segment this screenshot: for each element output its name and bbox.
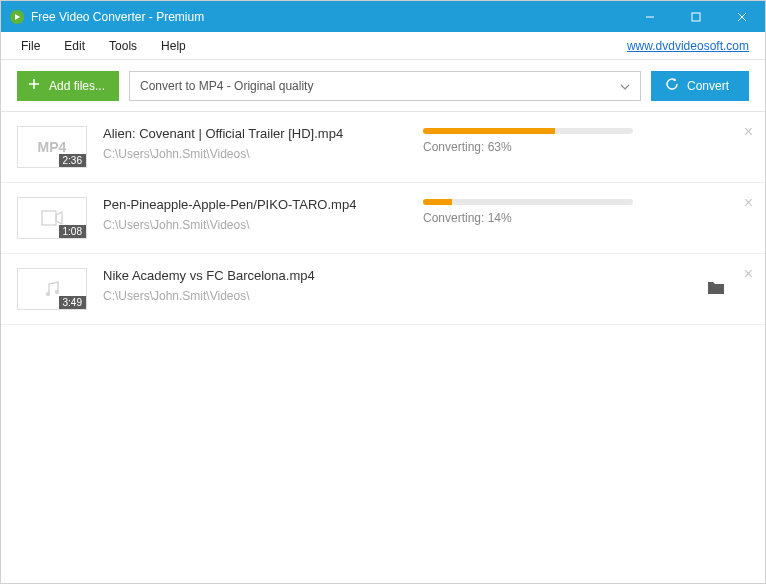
remove-file-button[interactable]: ×: [744, 124, 753, 140]
titlebar: Free Video Converter - Premium: [1, 1, 765, 32]
website-link[interactable]: www.dvdvideosoft.com: [619, 39, 757, 53]
file-info: Pen-Pineapple-Apple-Pen/PIKO-TARO.mp4 C:…: [103, 197, 423, 232]
file-path: C:\Users\John.Smit\Videos\: [103, 147, 423, 161]
format-label: Convert to MP4 - Original quality: [140, 79, 313, 93]
duration-badge: 2:36: [59, 154, 86, 167]
file-name: Nike Academy vs FC Barcelona.mp4: [103, 268, 423, 283]
file-row[interactable]: MP4 2:36 Alien: Covenant | Official Trai…: [1, 112, 765, 183]
progress-bar: [423, 199, 633, 205]
menubar: File Edit Tools Help www.dvdvideosoft.co…: [1, 32, 765, 60]
svg-point-8: [46, 292, 50, 296]
convert-label: Convert: [687, 79, 729, 93]
remove-file-button[interactable]: ×: [744, 195, 753, 211]
minimize-button[interactable]: [627, 1, 673, 32]
toolbar: Add files... Convert to MP4 - Original q…: [1, 60, 765, 112]
file-info: Nike Academy vs FC Barcelona.mp4 C:\User…: [103, 268, 423, 303]
file-info: Alien: Covenant | Official Trailer [HD].…: [103, 126, 423, 161]
plus-icon: [27, 77, 41, 94]
progress-column: Converting: 14%: [423, 197, 749, 225]
progress-column: [423, 268, 749, 270]
file-thumbnail: 3:49: [17, 268, 87, 310]
file-row[interactable]: 1:08 Pen-Pineapple-Apple-Pen/PIKO-TARO.m…: [1, 183, 765, 254]
progress-column: Converting: 63%: [423, 126, 749, 154]
close-button[interactable]: [719, 1, 765, 32]
file-thumbnail: 1:08: [17, 197, 87, 239]
svg-point-9: [55, 290, 59, 294]
menu-edit[interactable]: Edit: [52, 35, 97, 57]
menu-file[interactable]: File: [9, 35, 52, 57]
progress-label: Converting: 63%: [423, 140, 729, 154]
file-path: C:\Users\John.Smit\Videos\: [103, 218, 423, 232]
convert-button[interactable]: Convert: [651, 71, 749, 101]
file-path: C:\Users\John.Smit\Videos\: [103, 289, 423, 303]
file-row[interactable]: 3:49 Nike Academy vs FC Barcelona.mp4 C:…: [1, 254, 765, 325]
duration-badge: 3:49: [59, 296, 86, 309]
progress-label: Converting: 14%: [423, 211, 729, 225]
maximize-button[interactable]: [673, 1, 719, 32]
file-name: Alien: Covenant | Official Trailer [HD].…: [103, 126, 423, 141]
window-title: Free Video Converter - Premium: [31, 10, 627, 24]
add-files-button[interactable]: Add files...: [17, 71, 119, 101]
chevron-down-icon: [620, 79, 630, 93]
file-thumbnail: MP4 2:36: [17, 126, 87, 168]
svg-rect-7: [42, 211, 56, 225]
file-name: Pen-Pineapple-Apple-Pen/PIKO-TARO.mp4: [103, 197, 423, 212]
remove-file-button[interactable]: ×: [744, 266, 753, 282]
format-dropdown[interactable]: Convert to MP4 - Original quality: [129, 71, 641, 101]
refresh-icon: [665, 77, 679, 94]
app-icon: [9, 9, 25, 25]
progress-bar: [423, 128, 633, 134]
svg-rect-2: [692, 13, 700, 21]
folder-icon[interactable]: [707, 280, 725, 299]
menu-help[interactable]: Help: [149, 35, 198, 57]
menu-tools[interactable]: Tools: [97, 35, 149, 57]
file-list: MP4 2:36 Alien: Covenant | Official Trai…: [1, 112, 765, 583]
add-files-label: Add files...: [49, 79, 105, 93]
duration-badge: 1:08: [59, 225, 86, 238]
